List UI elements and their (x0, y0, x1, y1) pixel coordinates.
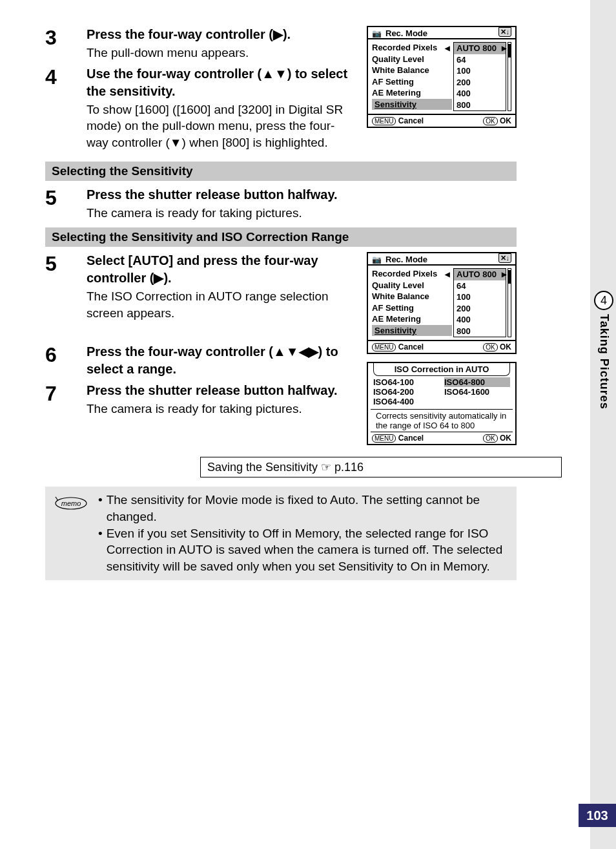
lcd-label-selected: Sensitivity (372, 325, 452, 337)
lcd-value: 800 (454, 100, 506, 111)
ok-button-icon: OK (483, 343, 497, 351)
section-tab: 4 Taking Pictures (594, 291, 613, 410)
ok-button-icon: OK (483, 117, 497, 125)
step-title: Use the four-way controller (▲▼) to sele… (87, 65, 355, 100)
lcd-scrollbar (508, 42, 511, 111)
bullet-icon: • (98, 525, 103, 575)
step-desc: The camera is ready for taking pictures. (87, 205, 517, 222)
lcd-value: 200 (454, 303, 506, 315)
tools-icon: ✕↓ (498, 253, 512, 263)
right-margin (590, 0, 616, 849)
iso-options: ISO64-100 ISO64-800 ISO64-200 ISO64-1600… (368, 376, 515, 408)
memo-icon: memo (52, 493, 89, 513)
lcd-label: AF Setting (372, 76, 452, 88)
lcd-value: 200 (454, 77, 506, 89)
ok-label: OK (500, 342, 511, 351)
section-bar: Selecting the Sensitivity and ISO Correc… (45, 227, 517, 247)
step-number: 5 (45, 186, 87, 222)
lcd-title: Rec. Mode (385, 255, 427, 264)
svg-text:memo: memo (61, 499, 81, 507)
ok-label: OK (500, 434, 511, 443)
lcd-value: 800 (454, 326, 506, 337)
iso-option-selected: ISO64-800 (444, 377, 510, 387)
lcd-value-selected: AUTO 800 (454, 43, 506, 54)
lcd-value: 100 (454, 291, 506, 303)
step-5b: 5 Select [AUTO] and press the four-way c… (45, 252, 355, 321)
menu-button-icon: MENU (372, 343, 396, 351)
section-title: Taking Pictures (597, 314, 611, 410)
lcd-value: 400 (454, 88, 506, 100)
section-bar: Selecting the Sensitivity (45, 162, 517, 181)
iso-footer: MENU Cancel OK OK (368, 432, 515, 444)
ok-button-icon: OK (483, 434, 497, 443)
step-4: 4 Use the four-way controller (▲▼) to se… (45, 65, 355, 151)
lcd-values: AUTO 800 64 100 200 400 800 (453, 42, 506, 111)
step-number: 4 (45, 65, 87, 151)
section-number: 4 (594, 291, 613, 310)
lcd-values: AUTO 800 64 100 200 400 800 (453, 268, 506, 337)
page-content: 3 Press the four-way controller (▶). The… (0, 0, 568, 580)
cancel-label: Cancel (398, 116, 424, 125)
step-title: Press the four-way controller (▲▼◀▶) to … (87, 343, 355, 378)
lcd-label: AE Metering (372, 313, 452, 325)
step-number: 6 (45, 343, 87, 378)
memo-bullet-1: The sensitivity for Movie mode is fixed … (107, 492, 510, 525)
lcd-value-selected: AUTO 800 (454, 269, 506, 280)
step-desc: The pull-down menu appears. (87, 45, 355, 61)
lcd-value: 64 (454, 54, 506, 66)
step-3: 3 Press the four-way controller (▶). The… (45, 26, 355, 61)
lcd-value: 64 (454, 280, 506, 292)
cross-reference: Saving the Sensitivity ☞ p.116 (200, 457, 562, 477)
iso-title: ISO Correction in AUTO (373, 363, 510, 376)
iso-option: ISO64-100 (373, 377, 439, 387)
step-title: Select [AUTO] and press the four-way con… (87, 252, 355, 287)
step-title: Press the four-way controller (▶). (87, 26, 355, 43)
step-title: Press the shutter release button halfway… (87, 186, 517, 204)
iso-option: ISO64-1600 (444, 387, 510, 397)
memo-bullet-2: Even if you set Sensitivity to Off in Me… (107, 525, 510, 575)
tools-icon: ✕↓ (498, 27, 512, 37)
lcd-label: White Balance (372, 65, 452, 76)
lcd-labels: Recorded Pixels Quality Level White Bala… (372, 42, 452, 111)
lcd-label: Recorded Pixels (372, 268, 452, 280)
lcd-label: Recorded Pixels (372, 42, 452, 54)
page-number: 103 (579, 804, 616, 827)
lcd-panel-1: Rec. Mode ✕↓ Recorded Pixels Quality Lev… (367, 26, 517, 128)
lcd-value: 400 (454, 314, 506, 326)
lcd-label: Quality Level (372, 54, 452, 65)
ok-label: OK (500, 116, 511, 125)
lcd-value: 100 (454, 65, 506, 77)
step-6: 6 Press the four-way controller (▲▼◀▶) t… (45, 343, 355, 378)
cancel-label: Cancel (398, 434, 424, 443)
menu-button-icon: MENU (372, 434, 396, 443)
iso-option: ISO64-200 (373, 387, 439, 397)
step-number: 3 (45, 26, 87, 61)
iso-option: ISO64-400 (373, 397, 439, 406)
lcd-scrollbar (508, 268, 511, 337)
lcd-title: Rec. Mode (385, 28, 427, 38)
bullet-icon: • (98, 492, 103, 525)
lcd-footer: MENU Cancel OK OK (368, 114, 515, 127)
lcd-panel-2: Rec. Mode ✕↓ Recorded Pixels Quality Lev… (367, 252, 517, 354)
menu-button-icon: MENU (372, 117, 396, 125)
step-5a: 5 Press the shutter release button halfw… (45, 186, 517, 222)
iso-lcd-panel: ISO Correction in AUTO ISO64-100 ISO64-8… (367, 362, 517, 445)
step-title: Press the shutter release button halfway… (87, 382, 355, 399)
lcd-labels: Recorded Pixels Quality Level White Bala… (372, 268, 452, 337)
step-7: 7 Press the shutter release button halfw… (45, 382, 355, 417)
memo-body: •The sensitivity for Movie mode is fixed… (98, 492, 510, 574)
step-number: 5 (45, 252, 87, 321)
lcd-label: AE Metering (372, 87, 452, 99)
memo-box: memo •The sensitivity for Movie mode is … (45, 487, 517, 580)
cancel-label: Cancel (398, 342, 424, 351)
camera-icon (372, 28, 383, 38)
lcd-label: White Balance (372, 291, 452, 302)
step-desc: The camera is ready for taking pictures. (87, 401, 355, 417)
lcd-footer: MENU Cancel OK OK (368, 340, 515, 353)
lcd-label: AF Setting (372, 302, 452, 314)
step-desc: The ISO Correction in AUTO range selecti… (87, 288, 355, 321)
iso-description: Corrects sensitivity automatically in th… (371, 409, 513, 432)
lcd-label-selected: Sensitivity (372, 99, 452, 110)
camera-icon (372, 255, 383, 264)
step-desc: To show [1600] ([1600] and [3200] in Dig… (87, 101, 355, 151)
